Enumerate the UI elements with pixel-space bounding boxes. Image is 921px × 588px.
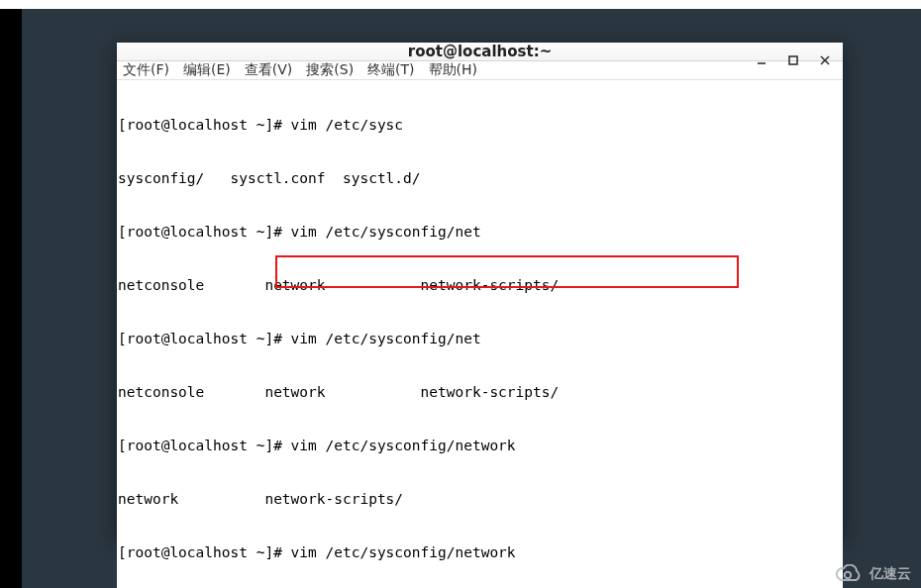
watermark-text: 亿速云 bbox=[870, 565, 911, 583]
terminal-line: netconsole network network-scripts/ bbox=[118, 276, 842, 294]
terminal-line: [root@localhost ~]# vim /etc/sysc bbox=[118, 116, 842, 134]
maximize-button[interactable] bbox=[781, 49, 805, 72]
svg-rect-1 bbox=[789, 56, 797, 64]
terminal-body[interactable]: [root@localhost ~]# vim /etc/sysc syscon… bbox=[117, 80, 843, 588]
menubar: 文件(F) 编辑(E) 查看(V) 搜索(S) 终端(T) 帮助(H) bbox=[117, 61, 843, 80]
desktop-left-shadow bbox=[0, 9, 22, 588]
cloud-icon bbox=[834, 564, 864, 584]
terminal-line: [root@localhost ~]# vim /etc/sysconfig/n… bbox=[118, 543, 842, 561]
terminal-line: netconsole network network-scripts/ bbox=[118, 383, 842, 401]
menu-view[interactable]: 查看(V) bbox=[245, 61, 293, 79]
menu-file[interactable]: 文件(F) bbox=[123, 61, 169, 79]
window-controls bbox=[750, 43, 837, 78]
watermark: 亿速云 bbox=[834, 564, 911, 584]
menu-terminal[interactable]: 终端(T) bbox=[367, 61, 414, 79]
menu-edit[interactable]: 编辑(E) bbox=[183, 61, 231, 79]
menu-search[interactable]: 搜索(S) bbox=[306, 61, 354, 79]
browser-chrome-edge bbox=[0, 0, 921, 9]
terminal-line: [root@localhost ~]# vim /etc/sysconfig/n… bbox=[118, 330, 842, 347]
terminal-line: [root@localhost ~]# vim /etc/sysconfig/n… bbox=[118, 223, 842, 241]
close-button[interactable] bbox=[813, 49, 837, 72]
terminal-line: network network-scripts/ bbox=[118, 490, 842, 508]
titlebar[interactable]: root@localhost:~ bbox=[117, 43, 843, 61]
window-title: root@localhost:~ bbox=[117, 43, 843, 60]
terminal-line: [root@localhost ~]# vim /etc/sysconfig/n… bbox=[118, 437, 842, 454]
terminal-line: sysconfig/ sysctl.conf sysctl.d/ bbox=[118, 169, 842, 187]
minimize-button[interactable] bbox=[750, 49, 773, 72]
menu-help[interactable]: 帮助(H) bbox=[429, 61, 477, 79]
terminal-window: root@localhost:~ 文件(F) 编辑(E) 查看(V) 搜索(S)… bbox=[117, 43, 843, 539]
svg-point-4 bbox=[845, 572, 851, 578]
